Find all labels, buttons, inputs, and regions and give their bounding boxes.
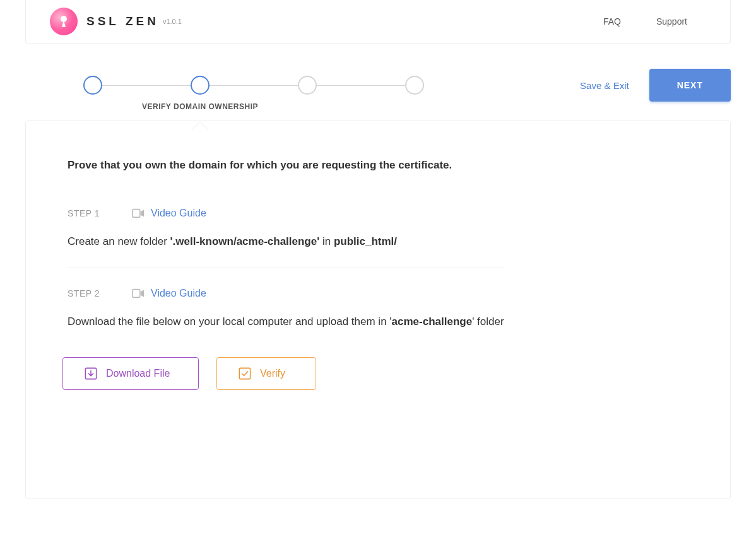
step-connector — [210, 85, 298, 86]
step-connector — [102, 85, 191, 86]
step-1-indicator — [83, 76, 102, 95]
verify-check-icon — [239, 367, 251, 380]
logo-icon — [50, 8, 78, 35]
divider — [68, 268, 503, 268]
support-link[interactable]: Support — [656, 16, 687, 27]
next-button[interactable]: NEXT — [649, 69, 731, 102]
intro-text: Prove that you own the domain for which … — [68, 159, 688, 172]
faq-link[interactable]: FAQ — [603, 16, 621, 27]
brand-name: SSL ZEN — [86, 15, 159, 28]
video-guide-label: Video Guide — [151, 288, 206, 299]
svg-rect-1 — [133, 289, 140, 297]
download-file-button[interactable]: Download File — [62, 357, 199, 390]
step-1-label: STEP 1 — [68, 208, 132, 218]
step-connector — [317, 85, 405, 86]
app-header: SSL ZEN v1.0.1 FAQ Support — [25, 0, 731, 44]
video-camera-icon — [132, 287, 145, 300]
step-2-indicator — [191, 76, 210, 95]
logo-area: SSL ZEN v1.0.1 — [50, 8, 182, 35]
main-panel: Prove that you own the domain for which … — [25, 121, 731, 499]
svg-rect-0 — [133, 210, 140, 218]
download-file-label: Download File — [106, 368, 177, 379]
step-2-description: Download the file below on your local co… — [68, 314, 688, 330]
step-1-block: STEP 1 Video Guide Create an new folder … — [68, 207, 688, 250]
save-exit-link[interactable]: Save & Exit — [580, 80, 629, 91]
step-2-block: STEP 2 Video Guide Download the file bel… — [68, 287, 688, 330]
nav-links: FAQ Support — [603, 16, 706, 27]
download-icon — [85, 367, 97, 380]
progress-stepper: VERIFY DOMAIN OWNERSHIP — [83, 76, 424, 95]
current-step-label: VERIFY DOMAIN OWNERSHIP — [142, 102, 258, 111]
video-guide-label: Video Guide — [151, 208, 206, 219]
svg-rect-3 — [239, 368, 250, 379]
step-1-video-guide-link[interactable]: Video Guide — [132, 207, 206, 220]
version-label: v1.0.1 — [163, 18, 182, 25]
step-1-description: Create an new folder '.well-known/acme-c… — [68, 233, 688, 250]
step-4-indicator — [405, 76, 424, 95]
verify-button[interactable]: Verify — [216, 357, 316, 390]
video-camera-icon — [132, 207, 145, 220]
stepper-row: VERIFY DOMAIN OWNERSHIP Save & Exit NEXT — [0, 44, 756, 121]
step-3-indicator — [298, 76, 317, 95]
action-buttons: Download File Verify — [62, 357, 688, 390]
verify-label: Verify — [260, 368, 294, 379]
step-2-label: STEP 2 — [68, 288, 132, 298]
step-2-video-guide-link[interactable]: Video Guide — [132, 287, 206, 300]
